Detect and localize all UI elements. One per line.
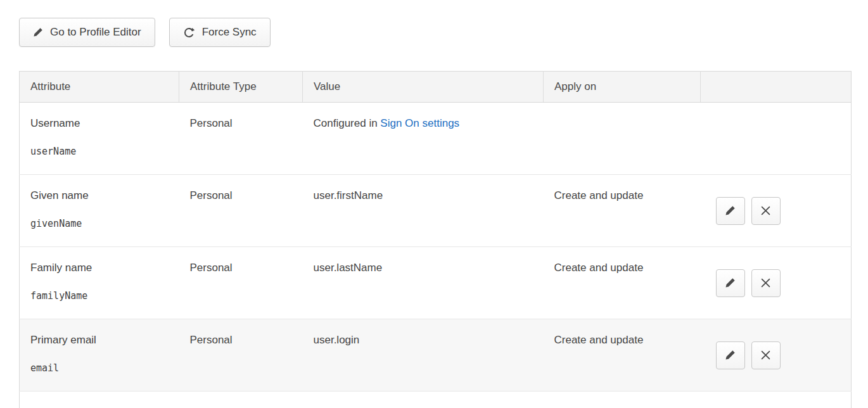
value-cell: user.login bbox=[303, 319, 544, 392]
value-cell: user.lastName bbox=[303, 247, 544, 319]
value-text: Configured in bbox=[314, 117, 381, 129]
pencil-icon bbox=[725, 350, 736, 360]
header-attribute-type: Attribute Type bbox=[179, 72, 303, 103]
edit-row-button[interactable] bbox=[716, 269, 745, 297]
attribute-variable-name: userName bbox=[30, 146, 169, 157]
edit-row-button[interactable] bbox=[716, 341, 745, 369]
table-row-username: Username userName Personal Configured in… bbox=[20, 103, 852, 175]
pencil-icon bbox=[725, 205, 736, 216]
attribute-label: Family name bbox=[30, 262, 169, 274]
attribute-label: Username bbox=[30, 117, 169, 130]
header-apply-on: Apply on bbox=[544, 72, 701, 103]
edit-row-button[interactable] bbox=[716, 197, 745, 225]
attribute-type-cell: Personal bbox=[179, 319, 303, 392]
apply-on-cell: Create and update bbox=[544, 319, 701, 392]
apply-on-cell: Create and update bbox=[544, 175, 701, 247]
value-cell: user.firstName bbox=[303, 175, 544, 247]
attribute-variable-name: familyName bbox=[30, 290, 169, 302]
header-attribute: Attribute bbox=[20, 72, 179, 103]
header-value: Value bbox=[303, 72, 544, 103]
attribute-type-cell: Personal bbox=[179, 247, 303, 319]
force-sync-label: Force Sync bbox=[202, 26, 257, 39]
apply-on-cell bbox=[544, 103, 701, 175]
actions-cell bbox=[701, 103, 852, 175]
pencil-icon bbox=[33, 27, 43, 37]
actions-cell bbox=[701, 175, 852, 247]
header-actions bbox=[701, 72, 852, 103]
attribute-label: Given name bbox=[30, 189, 169, 202]
sign-on-settings-link[interactable]: Sign On settings bbox=[380, 117, 459, 129]
attribute-mappings-section: Attribute Attribute Type Value Apply on … bbox=[19, 71, 852, 408]
table-row-empty bbox=[20, 392, 852, 408]
toolbar: Go to Profile Editor Force Sync bbox=[0, 0, 868, 47]
delete-row-button[interactable] bbox=[751, 341, 781, 369]
close-icon bbox=[761, 278, 770, 288]
table-row-primary-email: Primary email email Personal user.login … bbox=[20, 319, 852, 392]
actions-cell bbox=[701, 247, 852, 319]
delete-row-button[interactable] bbox=[751, 269, 781, 297]
refresh-icon bbox=[183, 27, 195, 39]
go-to-profile-editor-button[interactable]: Go to Profile Editor bbox=[19, 18, 155, 47]
attribute-variable-name: email bbox=[30, 362, 169, 374]
attribute-variable-name: givenName bbox=[30, 218, 169, 229]
force-sync-button[interactable]: Force Sync bbox=[169, 18, 271, 47]
close-icon bbox=[761, 206, 770, 215]
attribute-mappings-table: Attribute Attribute Type Value Apply on … bbox=[19, 71, 852, 408]
value-cell: Configured in Sign On settings bbox=[303, 103, 544, 175]
attribute-type-cell: Personal bbox=[179, 175, 303, 247]
table-row-family-name: Family name familyName Personal user.las… bbox=[20, 247, 852, 319]
table-row-given-name: Given name givenName Personal user.first… bbox=[20, 175, 852, 247]
pencil-icon bbox=[725, 277, 736, 288]
delete-row-button[interactable] bbox=[751, 197, 781, 225]
go-to-profile-editor-label: Go to Profile Editor bbox=[50, 26, 141, 39]
apply-on-cell: Create and update bbox=[544, 247, 701, 319]
attribute-type-cell: Personal bbox=[179, 103, 303, 175]
table-header-row: Attribute Attribute Type Value Apply on bbox=[20, 72, 852, 103]
attribute-label: Primary email bbox=[30, 334, 169, 347]
actions-cell bbox=[701, 319, 852, 392]
close-icon bbox=[761, 350, 770, 360]
